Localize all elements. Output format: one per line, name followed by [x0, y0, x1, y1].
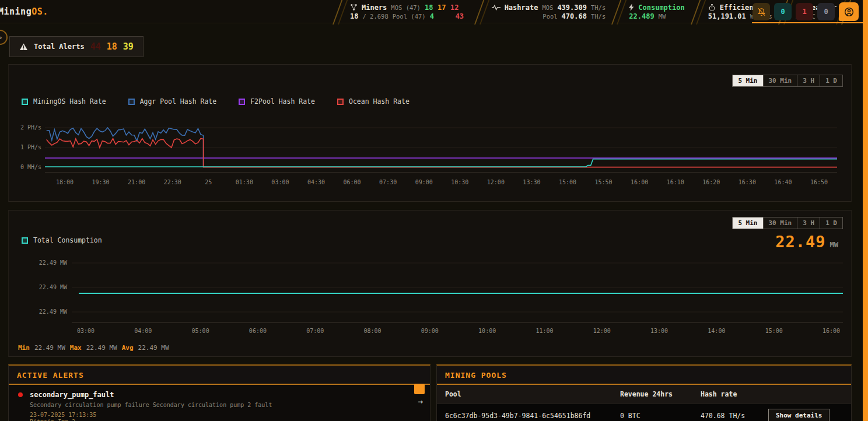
range-button-1-d[interactable]: 1 D — [820, 217, 842, 229]
y-tick-label: 22.49 MW — [39, 259, 68, 266]
legend-label: F2Pool Hash Rate — [250, 97, 315, 106]
range-button-30-min[interactable]: 30 Min — [763, 75, 797, 86]
user-avatar-button[interactable] — [839, 2, 859, 21]
miners-icon — [350, 3, 358, 11]
x-tick-label: 06:00 — [249, 328, 267, 334]
consumption-legend: Total Consumption — [22, 236, 102, 244]
x-tick-label: 07:00 — [306, 328, 324, 334]
x-tick-label: 14:00 — [708, 328, 725, 334]
hashrate-mos-value: 439.309 — [557, 3, 587, 12]
consumption-current-unit: MW — [830, 241, 838, 249]
brand-accent: OS. — [32, 6, 48, 17]
hashrate-time-range-group: 5 Min30 Min3 H1 D — [732, 75, 843, 87]
x-tick-label: 01:30 — [236, 179, 253, 185]
range-button-3-h[interactable]: 3 H — [797, 217, 820, 229]
legend-swatch-icon — [337, 99, 344, 105]
x-tick-label: 05:00 — [192, 328, 209, 334]
red-count-badge-button[interactable]: 1 — [796, 3, 813, 20]
range-button-30-min[interactable]: 30 Min — [763, 217, 797, 229]
pool-revenue: 0 BTC — [620, 412, 701, 420]
range-button-5-min[interactable]: 5 Min — [733, 75, 762, 86]
legend-item[interactable]: F2Pool Hash Rate — [239, 97, 315, 106]
x-tick-label: 12:00 — [593, 328, 611, 334]
show-details-button[interactable]: Show details — [768, 409, 830, 421]
x-tick-label: 16:20 — [702, 179, 720, 185]
notifications-muted-button[interactable] — [752, 3, 770, 20]
active-alerts-panel: ACTIVE ALERTS secondary_pump_faultSecond… — [8, 364, 430, 421]
x-tick-label: 18:00 — [56, 179, 74, 185]
hashrate-pool-value: 470.68 — [562, 12, 587, 20]
alert-timestamp: 23-07-2025 17:13:35 — [30, 412, 272, 418]
alert-list-item[interactable]: secondary_pump_faultSecondary circulatio… — [9, 385, 430, 421]
pool-column-header: Hash rate — [701, 390, 768, 398]
mining-pools-panel: MINING POOLS PoolRevenue 24hrsHash rate6… — [436, 364, 852, 421]
x-tick-label: 21:00 — [128, 179, 145, 185]
y-tick-label: 22.49 MW — [39, 284, 68, 290]
teal-count-badge-button[interactable]: 0 — [774, 3, 792, 20]
alerts-open-arrow-button[interactable]: → — [418, 397, 423, 406]
miners-total: / 2,698 — [362, 13, 388, 20]
x-tick-label: 09:00 — [415, 179, 433, 185]
legend-swatch-icon — [22, 237, 28, 244]
miners-pool-err: 43 — [456, 12, 468, 20]
x-tick-label: 16:30 — [738, 179, 756, 185]
legend-item[interactable]: Ocean Hash Rate — [337, 97, 410, 106]
miners-pool-ok: 4 — [430, 12, 443, 20]
consumption-label: Consumption — [638, 3, 684, 12]
max-label: Max — [70, 344, 82, 352]
consumption-chart[interactable]: 22.49 MW22.49 MW22.49 MW03:0004:0005:000… — [16, 255, 845, 338]
efficiency-stopwatch-icon — [708, 3, 716, 12]
legend-label: Ocean Hash Rate — [349, 97, 410, 106]
hashrate-label: Hashrate — [505, 3, 538, 12]
legend-label: MiningOS Hash Rate — [33, 97, 106, 106]
legend-swatch-icon — [239, 99, 245, 105]
hashrate-mos-unit: TH/s — [591, 4, 606, 11]
miners-mos-err: 12 — [450, 3, 463, 12]
stat-miners: Miners MOS (47) 181712 18 / 2,698 Pool (… — [337, 0, 479, 23]
y-tick-label: 0 MH/s — [20, 164, 41, 170]
teal-count: 0 — [780, 8, 785, 16]
x-tick-label: 15:50 — [595, 179, 612, 185]
y-tick-label: 22.49 MW — [39, 308, 68, 315]
x-tick-label: 25 — [205, 179, 212, 185]
alert-description: Secondary circulation pump failure Secon… — [30, 402, 272, 408]
gray-count-badge-button[interactable]: 0 — [817, 3, 835, 20]
avg-label: Avg — [122, 344, 134, 352]
hashrate-chart[interactable]: 2 PH/s1 PH/s0 MH/s18:0019:3021:0022:3025… — [16, 116, 845, 194]
x-tick-label: 16:00 — [822, 328, 840, 334]
total-alerts-summary[interactable]: Total Alerts 44 18 39 — [9, 36, 144, 57]
alert-list: secondary_pump_faultSecondary circulatio… — [9, 385, 430, 421]
alerts-scrollbar-thumb[interactable] — [414, 384, 425, 394]
range-button-1-d[interactable]: 1 D — [820, 75, 842, 86]
red-count: 1 — [802, 8, 806, 16]
x-tick-label: 16:10 — [667, 179, 684, 185]
top-header: MiningOS. Miners MOS (47) 181712 18 / 2,… — [0, 0, 868, 23]
x-tick-label: 03:00 — [271, 179, 289, 185]
sidebar-expand-toggle[interactable]: » — [0, 30, 8, 45]
x-tick-label: 03:00 — [77, 328, 94, 334]
range-button-3-h[interactable]: 3 H — [797, 75, 820, 86]
consumption-time-range-group: 5 Min30 Min3 H1 D — [732, 217, 843, 229]
x-tick-label: 15:00 — [559, 179, 576, 185]
x-tick-label: 11:00 — [536, 328, 553, 334]
x-tick-label: 10:30 — [451, 179, 468, 185]
hashrate-mos-label: MOS — [542, 4, 553, 11]
warning-triangle-icon — [19, 43, 28, 51]
consumption-stats-row: Min 22.49 MW Max 22.49 MW Avg 22.49 MW — [18, 344, 169, 352]
legend-item[interactable]: Aggr Pool Hash Rate — [128, 97, 217, 106]
miners-count: 18 — [350, 12, 358, 20]
legend-item[interactable]: Total Consumption — [22, 236, 102, 244]
alert-body: secondary_pump_faultSecondary circulatio… — [30, 391, 272, 421]
legend-label: Aggr Pool Hash Rate — [140, 97, 217, 106]
app-logo: MiningOS. — [0, 0, 48, 23]
range-button-5-min[interactable]: 5 Min — [733, 217, 762, 229]
series-line — [47, 139, 837, 167]
y-tick-label: 1 PH/s — [20, 144, 41, 150]
miners-mos-label: MOS (47) — [391, 4, 421, 11]
pool-table-header: PoolRevenue 24hrsHash rate — [437, 385, 851, 404]
mining-pools-table: PoolRevenue 24hrsHash rate6c6c37db-95d3-… — [437, 385, 851, 421]
total-alerts-label: Total Alerts — [34, 43, 85, 51]
legend-item[interactable]: MiningOS Hash Rate — [22, 97, 106, 106]
gray-count: 0 — [824, 8, 828, 16]
consumption-unit: MW — [659, 13, 666, 20]
